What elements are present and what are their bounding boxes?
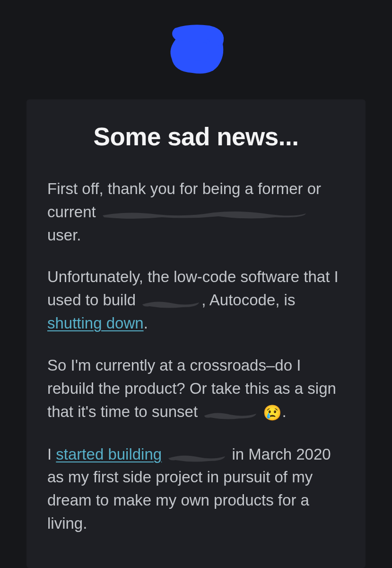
text: , Autocode, is xyxy=(201,291,295,309)
shutting-down-link[interactable]: shutting down xyxy=(47,314,144,332)
text: . xyxy=(144,314,148,332)
paragraph-2: Unfortunately, the low-code software tha… xyxy=(47,266,345,335)
page-title: Some sad news... xyxy=(47,122,345,151)
paragraph-1: First off, thank you for being a former … xyxy=(47,178,345,247)
redacted-product-name xyxy=(202,405,259,418)
text: I xyxy=(47,445,56,463)
message-card: Some sad news... First off, thank you fo… xyxy=(26,99,366,568)
redacted-product-name xyxy=(166,447,227,461)
redacted-logo-scribble xyxy=(164,23,228,77)
text: . xyxy=(282,403,286,420)
crying-emoji: 😢 xyxy=(263,404,282,421)
text: So I'm currently at a crossroads–do I re… xyxy=(47,356,336,420)
paragraph-3: So I'm currently at a crossroads–do I re… xyxy=(47,354,345,424)
redacted-product-name xyxy=(100,204,308,219)
started-building-link[interactable]: started building xyxy=(56,445,162,463)
redacted-product-name xyxy=(140,293,201,307)
text xyxy=(162,445,166,463)
logo-area xyxy=(0,0,392,99)
paragraph-4: I started building in March 2020 as my f… xyxy=(47,443,345,535)
text: user. xyxy=(47,226,81,244)
email-container: Some sad news... First off, thank you fo… xyxy=(0,0,392,568)
